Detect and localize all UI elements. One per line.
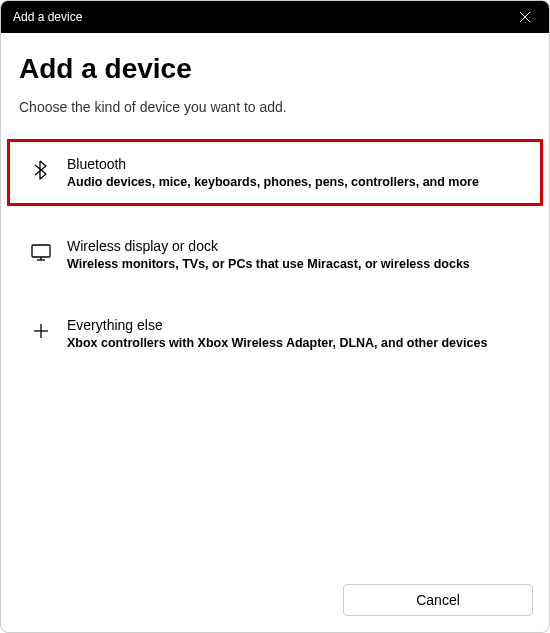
footer: Cancel: [1, 568, 549, 632]
option-wireless-display[interactable]: Wireless display or dock Wireless monito…: [19, 224, 531, 285]
option-everything-else[interactable]: Everything else Xbox controllers with Xb…: [19, 303, 531, 364]
plus-icon: [29, 319, 53, 343]
option-description: Wireless monitors, TVs, or PCs that use …: [67, 257, 470, 271]
option-title: Wireless display or dock: [67, 238, 470, 254]
cancel-button[interactable]: Cancel: [343, 584, 533, 616]
option-text: Wireless display or dock Wireless monito…: [67, 238, 470, 271]
page-subheading: Choose the kind of device you want to ad…: [19, 99, 531, 115]
option-bluetooth[interactable]: Bluetooth Audio devices, mice, keyboards…: [7, 139, 543, 206]
page-heading: Add a device: [19, 53, 531, 85]
window-title: Add a device: [13, 10, 82, 24]
option-text: Everything else Xbox controllers with Xb…: [67, 317, 487, 350]
option-description: Audio devices, mice, keyboards, phones, …: [67, 175, 479, 189]
svg-rect-2: [32, 245, 50, 257]
bluetooth-icon: [29, 158, 53, 182]
close-icon: [519, 11, 531, 23]
content-area: Add a device Choose the kind of device y…: [1, 33, 549, 568]
close-button[interactable]: [513, 5, 537, 29]
monitor-icon: [29, 240, 53, 264]
option-text: Bluetooth Audio devices, mice, keyboards…: [67, 156, 479, 189]
option-description: Xbox controllers with Xbox Wireless Adap…: [67, 336, 487, 350]
option-title: Everything else: [67, 317, 487, 333]
titlebar: Add a device: [1, 1, 549, 33]
option-title: Bluetooth: [67, 156, 479, 172]
